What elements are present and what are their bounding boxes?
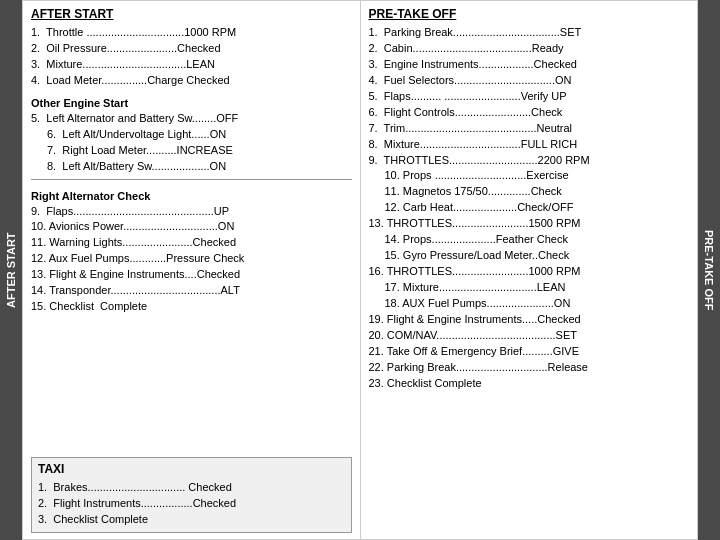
list-item: 20. COM/NAV.............................… (369, 328, 690, 344)
list-item: 13. THROTTLES.........................15… (369, 216, 690, 232)
alternator-check-items: 9. Flaps................................… (31, 204, 352, 316)
list-item: 3. Checklist Complete (38, 512, 345, 528)
list-item: 7. Trim.................................… (369, 121, 690, 137)
list-item: 6. Left Alt/Undervoltage Light......ON (31, 127, 352, 143)
list-item: 17. Mixture.............................… (369, 280, 690, 296)
list-item: 14. Props.....................Feather Ch… (369, 232, 690, 248)
pre-take-off-label: PRE-TAKE OFF (698, 0, 720, 540)
list-item: 10. Props ..............................… (369, 168, 690, 184)
list-item: 11. Warning Lights......................… (31, 235, 352, 251)
list-item: 12. Aux Fuel Pumps............Pressure C… (31, 251, 352, 267)
list-item: 10. Avionics Power......................… (31, 219, 352, 235)
list-item: 8. Mixture..............................… (369, 137, 690, 153)
list-item: 22. Parking Break.......................… (369, 360, 690, 376)
list-item: 14. Transponder.........................… (31, 283, 352, 299)
list-item: 8. Left Alt/Battery Sw..................… (31, 159, 352, 175)
taxi-section: TAXI 1. Brakes..........................… (31, 457, 352, 533)
right-alternator-check-label: Right Alternator Check (31, 190, 352, 202)
list-item: 15. Checklist Complete (31, 299, 352, 315)
other-engine-start-label: Other Engine Start (31, 97, 352, 109)
list-item: 4. Load Meter...............Charge Check… (31, 73, 352, 89)
list-item: 11. Magnetos 175/50..............Check (369, 184, 690, 200)
list-item: 12. Carb Heat.....................Check/… (369, 200, 690, 216)
list-item: 3. Mixture..............................… (31, 57, 352, 73)
taxi-title: TAXI (38, 462, 345, 476)
divider (31, 179, 352, 180)
right-section-title: PRE-TAKE OFF (369, 7, 690, 21)
left-section-title: AFTER START (31, 7, 352, 21)
list-item: 15. Gyro Pressure/Load Meter..Check (369, 248, 690, 264)
list-item: 2. Oil Pressure.......................Ch… (31, 41, 352, 57)
list-item: 2. Cabin................................… (369, 41, 690, 57)
list-item: 5. Left Alternator and Battery Sw.......… (31, 111, 352, 127)
list-item: 5. Flaps.......... .....................… (369, 89, 690, 105)
after-start-items: 1. Throttle ............................… (31, 25, 352, 89)
list-item: 1. Parking Break........................… (369, 25, 690, 41)
pre-takeoff-items: 1. Parking Break........................… (369, 25, 690, 392)
right-panel: PRE-TAKE OFF 1. Parking Break...........… (361, 1, 698, 539)
list-item: 7. Right Load Meter..........INCREASE (31, 143, 352, 159)
list-item: 3. Engine Instruments..................C… (369, 57, 690, 73)
list-item: 19. Flight & Engine Instruments.....Chec… (369, 312, 690, 328)
list-item: 23. Checklist Complete (369, 376, 690, 392)
alt-battery-items: 5. Left Alternator and Battery Sw.......… (31, 111, 352, 175)
list-item: 13. Flight & Engine Instruments....Check… (31, 267, 352, 283)
list-item: 6. Flight Controls......................… (369, 105, 690, 121)
list-item: 21. Take Off & Emergency Brief..........… (369, 344, 690, 360)
list-item: 9. THROTTLES............................… (369, 153, 690, 169)
list-item: 18. AUX Fuel Pumps......................… (369, 296, 690, 312)
list-item: 16. THROTTLES.........................10… (369, 264, 690, 280)
list-item: 1. Brakes...............................… (38, 480, 345, 496)
list-item: 9. Flaps................................… (31, 204, 352, 220)
left-panel: AFTER START 1. Throttle ................… (23, 1, 361, 539)
list-item: 1. Throttle ............................… (31, 25, 352, 41)
list-item: 2. Flight Instruments.................Ch… (38, 496, 345, 512)
after-start-label: AFTER START (0, 0, 22, 540)
list-item: 4. Fuel Selectors.......................… (369, 73, 690, 89)
